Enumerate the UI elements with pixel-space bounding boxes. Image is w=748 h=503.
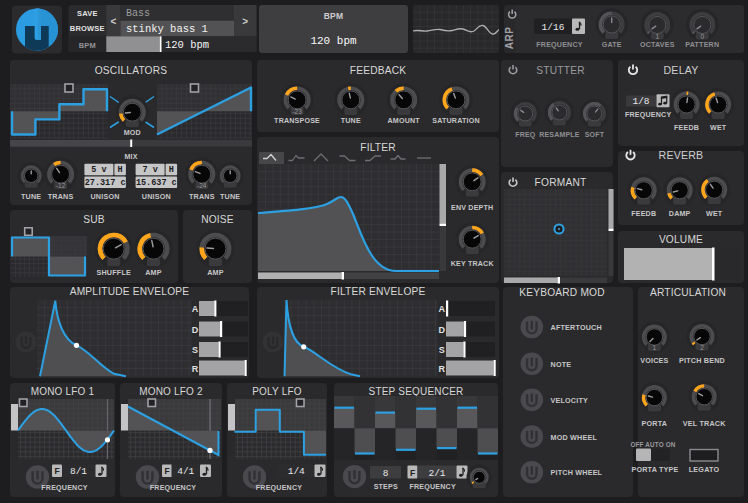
svg-text:PITCH WHEEL: PITCH WHEEL (551, 468, 603, 477)
svg-text:FEEDB: FEEDB (674, 124, 699, 132)
svg-text:UNISON: UNISON (90, 192, 119, 201)
svg-text:TRANS: TRANS (189, 192, 215, 201)
svg-text:SUB: SUB (83, 214, 105, 225)
svg-text:FREQUENCY: FREQUENCY (410, 483, 456, 491)
svg-text:GATE: GATE (602, 41, 622, 49)
svg-text:DAMP: DAMP (669, 210, 691, 218)
svg-text:R: R (438, 364, 445, 374)
svg-text:AMP: AMP (207, 268, 224, 277)
svg-text:KEY TRACK: KEY TRACK (451, 260, 495, 268)
svg-text:PITCH BEND: PITCH BEND (679, 356, 725, 365)
svg-text:27.317 c: 27.317 c (85, 178, 126, 188)
svg-text:AMOUNT: AMOUNT (388, 117, 421, 125)
svg-text:BROWSE: BROWSE (70, 24, 105, 33)
svg-text:OSCILLATORS: OSCILLATORS (95, 65, 168, 76)
svg-text:MONO LFO 1: MONO LFO 1 (31, 386, 95, 397)
svg-text:TRANSPOSE: TRANSPOSE (274, 117, 320, 125)
svg-text:A: A (438, 304, 445, 314)
svg-text:MONO LFO 2: MONO LFO 2 (139, 386, 203, 397)
svg-text:UNISON: UNISON (142, 192, 171, 201)
svg-text:2: 2 (700, 344, 704, 351)
svg-text:AMPLITUDE ENVELOPE: AMPLITUDE ENVELOPE (70, 286, 190, 297)
svg-text:TUNE: TUNE (220, 192, 240, 201)
svg-text:STEPS: STEPS (374, 483, 398, 491)
svg-text:FREQUENCY: FREQUENCY (536, 41, 582, 49)
svg-text:FORMANT: FORMANT (535, 177, 587, 188)
svg-text:OCTAVES: OCTAVES (640, 41, 675, 49)
svg-text:SHUFFLE: SHUFFLE (96, 268, 131, 277)
svg-text:FREQ: FREQ (515, 131, 536, 139)
svg-text:H: H (118, 165, 123, 175)
svg-text:1/8: 1/8 (632, 96, 649, 107)
svg-text:VOLUME: VOLUME (659, 234, 703, 245)
svg-text:BPM: BPM (324, 11, 344, 21)
svg-text:DELAY: DELAY (664, 64, 699, 76)
svg-text:PATTERN: PATTERN (685, 41, 719, 49)
svg-text:VELOCITY: VELOCITY (551, 396, 589, 405)
svg-text:LEGATO: LEGATO (689, 465, 720, 474)
svg-text:F: F (410, 468, 415, 478)
svg-text:KEYBOARD MOD: KEYBOARD MOD (519, 287, 605, 298)
svg-text:AMP: AMP (145, 268, 162, 277)
svg-text:BPM: BPM (79, 41, 96, 50)
svg-text:SOFT: SOFT (585, 131, 605, 138)
svg-text:SATURATION: SATURATION (432, 117, 479, 125)
svg-text:4/1: 4/1 (177, 466, 194, 477)
svg-text:F: F (54, 466, 59, 476)
svg-text:>: > (242, 16, 248, 27)
svg-text:STUTTER: STUTTER (536, 65, 584, 76)
svg-text:FREQUENCY: FREQUENCY (41, 484, 87, 492)
svg-text:FEEDB: FEEDB (631, 210, 656, 218)
svg-text:8: 8 (383, 468, 389, 479)
svg-text:NOISE: NOISE (201, 214, 234, 225)
svg-text:FREQUENCY: FREQUENCY (150, 484, 196, 492)
svg-text:MOD: MOD (124, 129, 141, 137)
svg-text:PORTA TYPE: PORTA TYPE (631, 465, 678, 474)
svg-text:H: H (169, 165, 174, 175)
svg-text:WET: WET (710, 124, 727, 132)
svg-text:15.637 c: 15.637 c (136, 178, 177, 188)
svg-text:OFF AUTO ON: OFF AUTO ON (630, 441, 675, 448)
svg-text:FREQUENCY: FREQUENCY (625, 111, 671, 119)
svg-text:0: 0 (700, 33, 704, 40)
svg-text:<: < (110, 16, 116, 27)
svg-text:WET: WET (706, 210, 723, 218)
svg-text:5 v: 5 v (91, 165, 106, 175)
svg-text:FREQUENCY: FREQUENCY (256, 484, 302, 492)
svg-text:VEL TRACK: VEL TRACK (683, 419, 726, 428)
svg-text:R: R (192, 364, 199, 374)
svg-text:120 bpm: 120 bpm (165, 39, 209, 51)
svg-text:TUNE: TUNE (341, 117, 361, 125)
svg-text:7 v: 7 v (142, 165, 157, 175)
svg-text:-23: -23 (292, 108, 302, 115)
svg-text:F: F (164, 466, 169, 476)
svg-text:D: D (438, 325, 445, 335)
svg-text:A: A (192, 304, 199, 314)
svg-text:STEP SEQUENCER: STEP SEQUENCER (369, 386, 464, 397)
svg-text:MOD WHEEL: MOD WHEEL (551, 433, 598, 442)
svg-text:PORTA: PORTA (642, 419, 668, 428)
svg-text:FILTER ENVELOPE: FILTER ENVELOPE (330, 286, 425, 297)
svg-text:120 bpm: 120 bpm (310, 35, 357, 47)
svg-text:SAVE: SAVE (77, 9, 98, 18)
svg-text:1/16: 1/16 (542, 22, 565, 33)
svg-text:AFTERTOUCH: AFTERTOUCH (551, 323, 602, 332)
svg-text:1/4: 1/4 (288, 466, 305, 477)
svg-text:TUNE: TUNE (21, 192, 41, 201)
svg-text:-12: -12 (56, 182, 66, 189)
svg-text:S: S (439, 345, 445, 355)
svg-text:Bass: Bass (126, 8, 150, 19)
svg-text:1: 1 (655, 33, 659, 40)
svg-text:VOICES: VOICES (640, 356, 668, 365)
svg-text:ARTICULATION: ARTICULATION (650, 287, 726, 298)
svg-text:NOTE: NOTE (551, 360, 572, 369)
svg-text:POLY LFO: POLY LFO (252, 386, 302, 397)
svg-text:RESAMPLE: RESAMPLE (539, 131, 580, 138)
svg-text:D: D (192, 325, 199, 335)
svg-text:8/1: 8/1 (70, 466, 87, 477)
svg-text:stinky bass 1: stinky bass 1 (126, 23, 208, 35)
svg-text:TRANS: TRANS (48, 192, 74, 201)
svg-text:REVERB: REVERB (659, 149, 704, 161)
svg-text:1: 1 (653, 344, 657, 351)
svg-text:-24: -24 (197, 182, 207, 189)
